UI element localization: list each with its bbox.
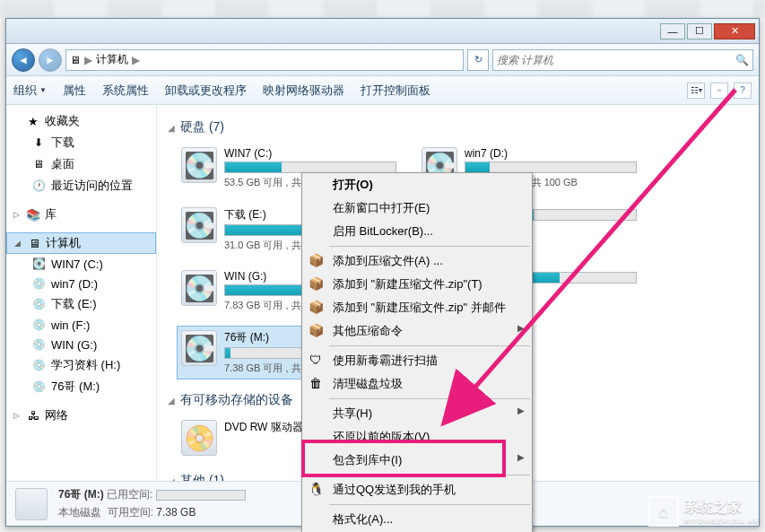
drive-icon: [15, 488, 48, 520]
drive-icon: 💽: [31, 257, 46, 271]
context-menu-item[interactable]: 📦添加到 "新建压缩文件.zip" 并邮件: [302, 296, 532, 319]
view-options-button[interactable]: ☷▾: [687, 83, 705, 99]
toolbar-organize[interactable]: 组织▼: [13, 83, 47, 99]
refresh-button[interactable]: ↻: [467, 49, 489, 71]
menu-item-label: 包含到库中(I): [333, 453, 402, 467]
dvd-icon: 📀: [181, 420, 217, 456]
sidebar-item-drive-h[interactable]: 💿学习资料 (H:): [6, 354, 156, 376]
context-menu-separator: [329, 504, 530, 505]
context-menu-item[interactable]: 启用 BitLocker(B)...: [302, 220, 532, 243]
recent-icon: 🕐: [31, 179, 46, 193]
menu-item-label: 清理磁盘垃圾: [333, 377, 403, 390]
blurred-browser-tabs: [0, 0, 765, 18]
toolbar-system-properties[interactable]: 系统属性: [102, 83, 149, 99]
menu-item-icon: 📦: [308, 299, 324, 315]
menu-item-label: 通过QQ发送到我的手机: [333, 483, 456, 496]
star-icon: ★: [26, 114, 40, 128]
menu-item-icon: 🗑: [308, 375, 324, 391]
group-header-hdd[interactable]: ◢硬盘 (7): [168, 119, 748, 135]
menu-item-label: 打开(O): [333, 178, 373, 191]
maximize-button[interactable]: ☐: [687, 23, 712, 39]
computer-icon: 🖥: [70, 54, 81, 66]
sidebar-item-drive-d[interactable]: 💿win7 (D:): [6, 274, 156, 293]
context-menu-item[interactable]: 🛡使用新毒霸进行扫描: [302, 349, 532, 372]
drive-name: WIN7 (C:): [224, 147, 396, 160]
sidebar-item-recent[interactable]: 🕐最近访问的位置: [6, 175, 156, 196]
menu-item-label: 格式化(A)...: [333, 512, 393, 526]
context-menu-item[interactable]: 🗑清理磁盘垃圾: [302, 372, 532, 396]
drive-icon: 💿: [31, 358, 46, 372]
computer-icon: 🖥: [27, 236, 41, 250]
context-menu-item[interactable]: 格式化(A)...: [302, 508, 532, 531]
drive-icon: 💽: [181, 207, 217, 243]
toolbar-control-panel[interactable]: 打开控制面板: [361, 83, 430, 99]
drive-icon: 💿: [31, 297, 46, 311]
menu-item-icon: 🐧: [308, 481, 324, 497]
menu-item-label: 共享(H): [333, 406, 372, 420]
sidebar-computer[interactable]: ◢🖥计算机: [6, 232, 156, 254]
breadcrumb-sep: ▶: [132, 54, 140, 66]
context-menu-item[interactable]: 🐧通过QQ发送到我的手机: [302, 478, 532, 501]
search-box[interactable]: 🔍: [492, 49, 753, 71]
preview-pane-button[interactable]: ▫: [710, 83, 728, 99]
sidebar: ★收藏夹 ⬇下载 🖥桌面 🕐最近访问的位置 ▷📚库 ◢🖥计算机 💽WIN7 (C…: [6, 105, 157, 481]
sidebar-item-drive-e[interactable]: 💿下载 (E:): [6, 293, 156, 315]
breadcrumb-computer[interactable]: 计算机: [96, 52, 128, 67]
context-menu-separator: [329, 398, 530, 399]
library-icon: 📚: [26, 207, 40, 222]
search-input[interactable]: [497, 54, 735, 66]
submenu-arrow-icon: ▶: [517, 452, 525, 462]
toolbar-uninstall[interactable]: 卸载或更改程序: [165, 83, 247, 99]
back-button[interactable]: ◄: [12, 48, 35, 72]
sidebar-item-desktop[interactable]: 🖥桌面: [6, 153, 156, 175]
context-menu-separator: [329, 246, 530, 247]
sidebar-item-downloads[interactable]: ⬇下载: [6, 132, 156, 153]
sidebar-item-drive-m[interactable]: 💿76哥 (M:): [6, 376, 156, 397]
search-icon: 🔍: [735, 54, 749, 66]
context-menu-item[interactable]: 📦添加到 "新建压缩文件.zip"(T): [302, 273, 532, 296]
close-button[interactable]: ✕: [714, 23, 755, 39]
house-icon: ⌂: [648, 496, 679, 527]
titlebar: — ☐ ✕: [6, 19, 759, 44]
menu-item-icon: 🛡: [308, 352, 324, 368]
sidebar-item-drive-f[interactable]: 💿win (F:): [6, 315, 156, 335]
context-menu-item[interactable]: 在新窗口中打开(E): [302, 196, 532, 220]
toolbar-properties[interactable]: 属性: [63, 83, 86, 99]
breadcrumb[interactable]: 🖥 ▶ 计算机 ▶: [65, 49, 464, 71]
context-menu-item[interactable]: 打开(O): [302, 173, 532, 196]
watermark: ⌂ 系统之家XITONGZHIJIA.NE: [648, 496, 760, 527]
context-menu-item[interactable]: 📦其他压缩命令▶: [302, 319, 532, 343]
context-menu-item[interactable]: 共享(H)▶: [302, 402, 532, 425]
menu-item-label: 添加到压缩文件(A) ...: [333, 254, 443, 267]
forward-button[interactable]: ►: [39, 48, 62, 72]
help-button[interactable]: ?: [734, 83, 752, 99]
drive-name: win7 (D:): [465, 147, 637, 160]
menu-item-label: 其他压缩命令: [333, 324, 403, 337]
submenu-arrow-icon: ▶: [517, 323, 525, 333]
download-icon: ⬇: [31, 135, 46, 150]
drive-icon: 💿: [31, 318, 46, 332]
menu-item-label: 添加到 "新建压缩文件.zip" 并邮件: [333, 301, 506, 314]
minimize-button[interactable]: —: [660, 23, 685, 39]
toolbar: 组织▼ 属性 系统属性 卸载或更改程序 映射网络驱动器 打开控制面板 ☷▾ ▫ …: [6, 76, 759, 105]
context-menu-item[interactable]: 包含到库中(I)▶: [302, 449, 532, 472]
menu-item-icon: 📦: [308, 275, 324, 292]
drive-icon: 💿: [31, 337, 46, 352]
drive-icon: 💿: [31, 276, 46, 291]
sidebar-libraries[interactable]: ▷📚库: [6, 204, 156, 225]
sidebar-item-drive-c[interactable]: 💽WIN7 (C:): [6, 254, 156, 274]
drive-icon: 💽: [181, 330, 217, 366]
context-menu-item[interactable]: 📦添加到压缩文件(A) ...: [302, 249, 532, 273]
sidebar-network[interactable]: ▷🖧网络: [6, 405, 156, 426]
submenu-arrow-icon: ▶: [517, 406, 525, 415]
toolbar-map-drive[interactable]: 映射网络驱动器: [263, 83, 344, 99]
desktop-icon: 🖥: [31, 157, 46, 171]
sidebar-favorites[interactable]: ★收藏夹: [6, 110, 156, 132]
menu-item-icon: 📦: [308, 252, 324, 268]
context-menu-item[interactable]: 还原以前的版本(V): [302, 425, 532, 449]
context-menu-separator: [329, 475, 530, 475]
sidebar-item-drive-g[interactable]: 💿WIN (G:): [6, 335, 156, 354]
menu-item-label: 添加到 "新建压缩文件.zip"(T): [333, 277, 482, 291]
navigation-bar: ◄ ► 🖥 ▶ 计算机 ▶ ↻ 🔍: [6, 44, 759, 76]
drive-icon: 💽: [181, 270, 217, 306]
